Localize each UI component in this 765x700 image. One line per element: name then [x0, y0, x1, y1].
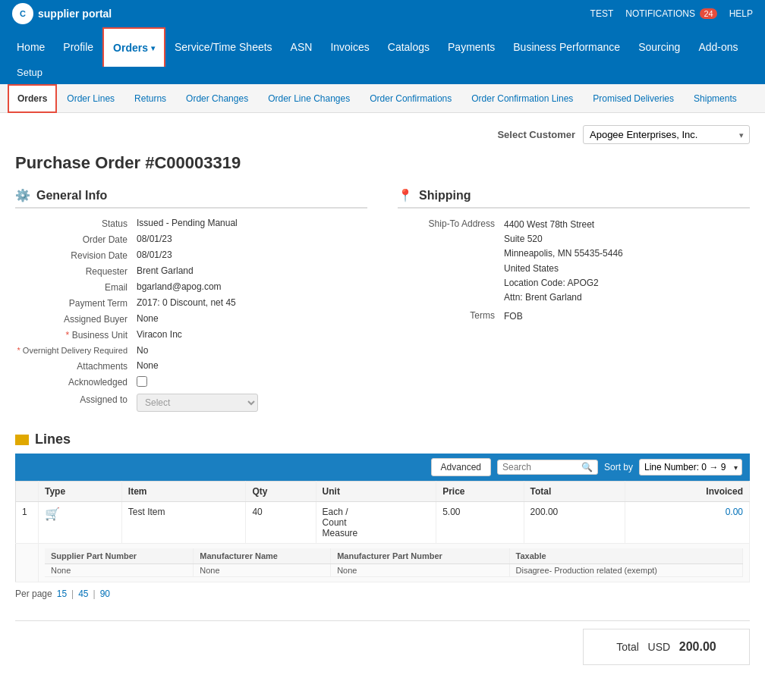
logo: C supplier portal: [12, 3, 112, 24]
total-box: Total USD 200.00: [583, 629, 750, 665]
nav-orders[interactable]: Orders: [102, 27, 165, 67]
nav-invoices[interactable]: Invoices: [321, 27, 378, 67]
customer-select-dropdown[interactable]: Apogee Enterprises, Inc.: [583, 125, 750, 144]
acknowledged-checkbox[interactable]: [137, 376, 147, 387]
field-label-assigned-to: Assigned to: [15, 394, 137, 405]
field-label-revision-date: Revision Date: [15, 250, 137, 261]
lines-icon: [15, 435, 29, 445]
field-assigned-to: Assigned to Select: [15, 394, 367, 412]
search-box: 🔍: [497, 460, 598, 475]
nav-sourcing[interactable]: Sourcing: [629, 27, 689, 67]
sub-val-mfr-part: None: [331, 564, 509, 577]
po-title: Purchase Order #C00003319: [15, 153, 750, 173]
nav-addons[interactable]: Add-ons: [689, 27, 747, 67]
terms-value: FOB: [504, 309, 750, 324]
coupa-icon: C: [12, 3, 33, 24]
subnav-returns[interactable]: Returns: [124, 84, 176, 113]
field-label-business-unit: Business Unit: [15, 329, 137, 341]
row-number: 1: [16, 502, 39, 544]
advanced-button[interactable]: Advanced: [431, 458, 491, 476]
field-value-assigned-buyer: None: [137, 313, 367, 324]
field-value-attachments: None: [137, 360, 367, 371]
shipping-header: 📍 Shipping: [398, 188, 750, 209]
field-label-status: Status: [15, 218, 137, 229]
notifications-link[interactable]: NOTIFICATIONS 24: [625, 8, 716, 19]
table-row: 1 🛒 Test Item 40 Each /CountMeasure 5.00…: [16, 502, 750, 544]
per-page-90[interactable]: 90: [100, 589, 110, 599]
shipping-title: Shipping: [419, 189, 471, 202]
per-page-15[interactable]: 15: [57, 589, 67, 599]
col-total: Total: [524, 482, 625, 502]
sub-val-taxable: Disagree- Production related (exempt): [509, 564, 743, 577]
nav-home[interactable]: Home: [8, 27, 54, 67]
field-label-payment-term: Payment Term: [15, 297, 137, 309]
nav-catalogs[interactable]: Catalogs: [379, 27, 439, 67]
subnav-order-confirmations[interactable]: Order Confirmations: [360, 84, 461, 113]
search-icon: 🔍: [581, 462, 593, 472]
help-menu[interactable]: HELP: [729, 8, 753, 19]
per-page-45[interactable]: 45: [78, 589, 88, 599]
col-item: Item: [121, 482, 246, 502]
row-type: 🛒: [39, 502, 122, 544]
nav-business-performance[interactable]: Business Performance: [504, 27, 629, 67]
col-num: [16, 482, 39, 502]
total-amount: 200.00: [679, 640, 716, 653]
subnav-order-changes[interactable]: Order Changes: [176, 84, 258, 113]
sort-select[interactable]: Line Number: 0 → 9 Line Number: 9 → 0: [639, 459, 742, 476]
field-label-overnight-delivery: Overnight Delivery Required: [15, 345, 137, 355]
setup-bar: Setup: [0, 67, 765, 84]
total-label: Total: [616, 641, 639, 653]
sub-row: Supplier Part Number Manufacturer Name M…: [16, 544, 750, 582]
invoiced-link[interactable]: 0.00: [726, 507, 743, 517]
setup-link[interactable]: Setup: [8, 67, 52, 78]
field-value-revision-date: 08/01/23: [137, 250, 367, 260]
assigned-to-select[interactable]: Select: [137, 394, 258, 412]
sub-val-supplier-part: None: [45, 564, 194, 577]
sub-col-mfr-part: Manufacturer Part Number: [331, 548, 509, 564]
general-info-header: ⚙️ General Info: [15, 188, 367, 209]
nav-payments[interactable]: Payments: [439, 27, 504, 67]
subnav-order-confirmation-lines[interactable]: Order Confirmation Lines: [461, 84, 583, 113]
subnav-shipments[interactable]: Shipments: [684, 84, 747, 113]
subnav-promised-deliveries[interactable]: Promised Deliveries: [583, 84, 684, 113]
sub-val-mfr-name: None: [194, 564, 331, 577]
row-price: 5.00: [436, 502, 524, 544]
nav-asn[interactable]: ASN: [282, 27, 322, 67]
terms-label: Terms: [398, 309, 504, 321]
general-info-title: General Info: [36, 189, 107, 202]
customer-select-row: Select Customer Apogee Enterprises, Inc.…: [15, 125, 750, 144]
field-order-date: Order Date 08/01/23: [15, 234, 367, 245]
sub-col-taxable: Taxable: [509, 548, 743, 564]
row-item: Test Item: [121, 502, 246, 544]
cart-icon: 🛒: [45, 507, 60, 520]
subnav-order-line-changes[interactable]: Order Line Changes: [258, 84, 360, 113]
col-invoiced: Invoiced: [625, 482, 750, 502]
field-label-acknowledged: Acknowledged: [15, 376, 137, 388]
row-qty: 40: [246, 502, 316, 544]
field-requester: Requester Brent Garland: [15, 265, 367, 277]
field-value-payment-term: Z017: 0 Discount, net 45: [137, 297, 367, 308]
field-label-email: Email: [15, 281, 137, 293]
sub-col-mfr-name: Manufacturer Name: [194, 548, 331, 564]
field-value-status: Issued - Pending Manual: [137, 218, 367, 228]
lines-header: Lines: [15, 432, 750, 447]
field-attachments: Attachments None: [15, 360, 367, 372]
sub-row-content: Supplier Part Number Manufacturer Name M…: [39, 544, 750, 582]
field-acknowledged: Acknowledged: [15, 376, 367, 389]
nav-service-time-sheets[interactable]: Service/Time Sheets: [165, 27, 282, 67]
row-invoiced: 0.00: [625, 502, 750, 544]
nav-profile[interactable]: Profile: [54, 27, 102, 67]
field-value-order-date: 08/01/23: [137, 234, 367, 244]
sub-row-spacer: [16, 544, 39, 582]
test-menu[interactable]: TEST: [590, 8, 614, 19]
subnav-orders[interactable]: Orders: [8, 84, 57, 113]
main-nav: Home Profile Orders Service/Time Sheets …: [0, 27, 765, 67]
subnav-order-lines[interactable]: Order Lines: [57, 84, 124, 113]
field-value-assigned-to: Select: [137, 394, 367, 412]
col-qty: Qty: [246, 482, 316, 502]
per-page-sep1: |: [71, 589, 74, 599]
general-info-section: ⚙️ General Info Status Issued - Pending …: [15, 188, 367, 416]
search-input[interactable]: [502, 462, 578, 472]
terms-row: Terms FOB: [398, 309, 750, 324]
field-value-business-unit: Viracon Inc: [137, 329, 367, 340]
